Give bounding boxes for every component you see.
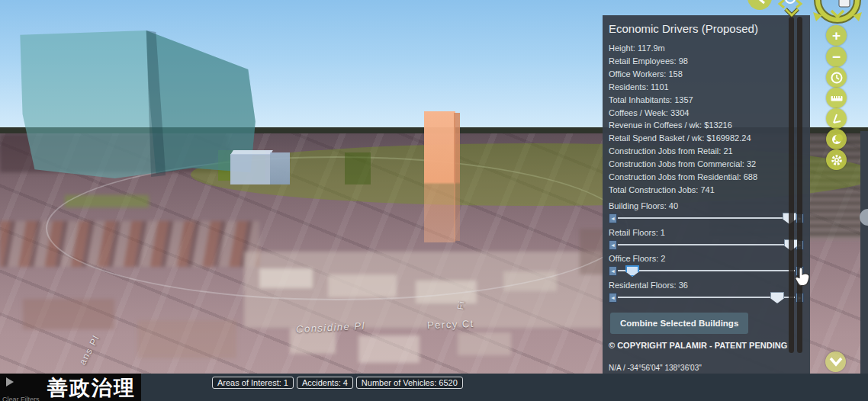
play-expand-icon[interactable] — [6, 377, 14, 387]
accidents-badge: Accidents: 4 — [297, 377, 353, 389]
map-texture — [458, 332, 511, 355]
stat-coffee-revenue: Revenue in Coffees / wk: $13216 — [609, 119, 757, 132]
slider-thumb[interactable] — [770, 292, 784, 303]
slider-decrement-button[interactable]: ◄ — [609, 213, 617, 223]
chevron-down-icon — [831, 358, 841, 364]
proposed-building-teal[interactable] — [15, 29, 258, 178]
small-building-box[interactable] — [230, 148, 290, 186]
expand-panel-chevron-button[interactable] — [825, 351, 846, 372]
residental-floors-slider[interactable]: ◄ ► — [609, 292, 804, 303]
settings-gear-button[interactable] — [826, 149, 847, 170]
ruler-button[interactable] — [826, 88, 847, 108]
residental-floors-group: Residental Floors: 36 ◄ ► — [603, 281, 810, 303]
zoom-in-button[interactable]: + — [826, 25, 847, 46]
slider-track[interactable] — [618, 297, 795, 298]
pencil-icon — [747, 0, 772, 10]
slider-decrement-button[interactable]: ◄ — [609, 240, 617, 250]
crescent-button[interactable] — [826, 129, 847, 149]
combine-selected-buildings-button[interactable]: Combine Selected Buildings — [610, 313, 748, 334]
stat-total-inhabitants: Total Inhabitants: 1357 — [609, 94, 757, 107]
bottom-status-bar: 善政治理 Clear Filters Areas of Interest: 1 … — [0, 374, 868, 401]
economic-drivers-panel: Economic Drivers (Proposed) Height: 117.… — [603, 15, 810, 374]
building-floors-label: Building Floors: 40 — [609, 201, 804, 210]
camera-icon — [839, 0, 850, 7]
building-floors-group: Building Floors: 40 ◄ ► — [603, 201, 810, 224]
slider-track[interactable] — [618, 244, 795, 245]
office-floors-group: Office Floors: 2 ◄ ► — [603, 254, 810, 277]
center-dot-icon — [786, 0, 795, 3]
street-label-first: Fi — [455, 300, 466, 310]
retail-floors-label: Retail Floors: 1 — [609, 228, 804, 237]
angle-measure-button[interactable] — [826, 108, 847, 129]
stats-list: Height: 117.9m Retail Employees: 98 Offi… — [609, 42, 757, 197]
stat-jobs-commercial: Construction Jobs from Commercial: 32 — [609, 158, 757, 171]
zoom-out-button[interactable]: − — [826, 47, 847, 67]
slider-thumb-selected[interactable] — [625, 265, 639, 277]
bottom-title-block: 善政治理 Clear Filters — [0, 374, 141, 401]
clock-button[interactable] — [826, 67, 847, 88]
stat-residents: Residents: 1101 — [609, 81, 757, 94]
stat-jobs-residential: Construction Jobs from Residential: 688 — [609, 171, 757, 184]
top-toolbar-icons[interactable] — [740, 0, 807, 23]
status-badges: Areas of Interest: 1 Accidents: 4 Number… — [212, 377, 463, 389]
retail-floors-group: Retail Floors: 1 ◄ ► — [603, 228, 810, 251]
office-floors-label: Office Floors: 2 — [609, 254, 804, 263]
map-texture — [358, 335, 420, 363]
map-texture — [137, 320, 236, 358]
governance-title: 善政治理 — [47, 374, 136, 401]
orange-building-side — [454, 113, 460, 241]
pan-down-icon — [786, 9, 798, 15]
stat-retail-spend: Retail Spend Basket / wk: $169982.24 — [609, 132, 757, 145]
vehicles-badge: Number of Vehicles: 6520 — [356, 377, 463, 389]
rotate-compass-ring[interactable] — [809, 0, 868, 26]
areas-of-interest-badge: Areas of Interest: 1 — [212, 377, 294, 389]
pan-left-icon — [780, 0, 784, 8]
panel-scrollbar-track[interactable] — [797, 17, 802, 353]
stat-office-workers: Office Workers: 158 — [609, 68, 757, 81]
green-zone-slab — [345, 152, 371, 184]
copyright-text: © COPYRIGHT PALAMIR - PATENT PENDING — [609, 341, 787, 350]
stat-jobs-total: Total Construction Jobs: 741 — [609, 184, 757, 197]
stat-height: Height: 117.9m — [609, 42, 757, 55]
clear-filters-link[interactable]: Clear Filters — [2, 396, 40, 401]
street-label-percy: Percy Ct — [427, 318, 474, 331]
retail-floors-slider[interactable]: ◄ ► — [609, 239, 804, 251]
box-building-front — [230, 154, 270, 184]
slider-decrement-button[interactable]: ◄ — [609, 293, 617, 303]
box-building-side — [270, 152, 290, 184]
stat-retail-employees: Retail Employees: 98 — [609, 55, 757, 68]
slider-decrement-button[interactable]: ◄ — [609, 266, 617, 276]
panel-title: Economic Drivers (Proposed) — [609, 22, 758, 35]
office-floors-slider[interactable]: ◄ ► — [609, 265, 804, 277]
panel-scrollbar[interactable] — [789, 17, 794, 353]
proposed-building-orange[interactable] — [424, 111, 455, 242]
stat-jobs-retail: Construction Jobs from Retail: 21 — [609, 145, 757, 158]
stat-coffees-week: Coffees / Week: 3304 — [609, 107, 757, 120]
app-window: Considine Pl Percy Ct Fi ans Pl Economic… — [0, 0, 868, 401]
coordinates-text: N/A / -34°56'04" 138°36'03" — [609, 364, 702, 372]
map-texture — [23, 299, 114, 329]
residental-floors-label: Residental Floors: 36 — [609, 281, 804, 290]
right-edge-strip — [860, 131, 868, 401]
mouse-cursor — [795, 267, 812, 287]
building-floors-slider[interactable]: ◄ ► — [609, 213, 804, 224]
slider-track[interactable] — [618, 217, 795, 219]
slider-track[interactable] — [618, 270, 795, 271]
pan-right-icon — [796, 0, 801, 8]
